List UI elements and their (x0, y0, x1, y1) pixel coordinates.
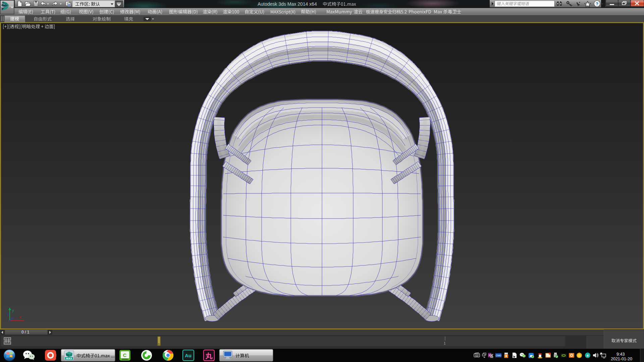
svg-text:CNKI: CNKI (496, 354, 501, 357)
svg-text:?: ? (596, 1, 598, 6)
svg-text:MAX: MAX (66, 357, 72, 360)
svg-text:C: C (123, 352, 127, 358)
svg-text:e: e (587, 353, 589, 357)
svg-text:0 / 1: 0 / 1 (21, 330, 30, 335)
svg-text:z: z (7, 312, 9, 316)
svg-text:Au: Au (185, 353, 192, 358)
svg-text:2021-01-20: 2021-01-20 (611, 357, 632, 361)
svg-text:1: 1 (444, 342, 446, 345)
svg-text:N: N (489, 354, 491, 357)
svg-text:y: y (12, 308, 14, 312)
svg-text:0: 0 (158, 343, 160, 346)
svg-text:Autodesk 3ds Max 2014 x64: Autodesk 3ds Max 2014 x64 (258, 1, 317, 7)
svg-text:9:43: 9:43 (616, 352, 625, 357)
svg-text:x: x (19, 315, 21, 319)
